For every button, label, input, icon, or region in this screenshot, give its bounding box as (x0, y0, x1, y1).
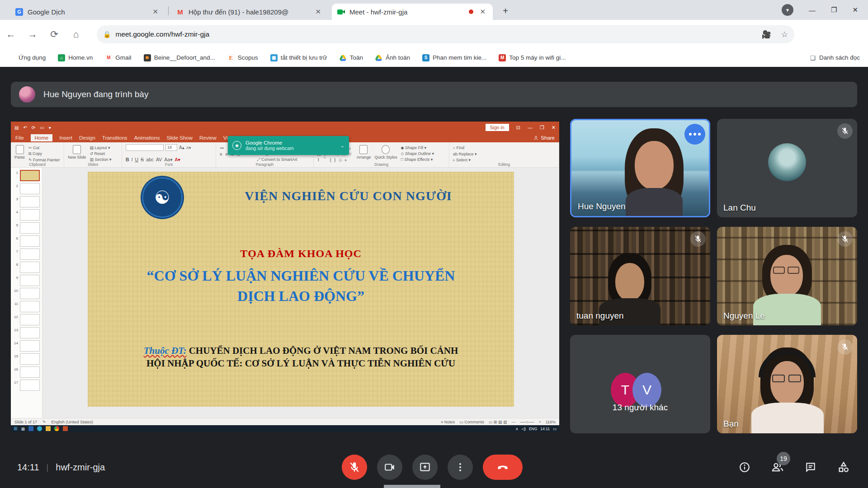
zoom-in-icon[interactable]: + (538, 420, 541, 424)
slide-thumbnail-8[interactable]: 8 (11, 261, 42, 274)
change-case-button[interactable]: Aa▾ (164, 157, 172, 162)
paste-button[interactable]: Paste (14, 144, 25, 160)
slide-thumbnail-preview[interactable] (20, 249, 40, 260)
participants-button[interactable]: 19 (771, 461, 784, 474)
slide-thumbnail-preview[interactable] (20, 262, 40, 273)
chat-button[interactable] (804, 461, 817, 474)
hang-up-button[interactable] (483, 455, 523, 480)
copy-button[interactable]: ⧉ Copy (28, 151, 60, 156)
tile-ban-you[interactable]: Bạn (717, 335, 857, 433)
chrome-webcam-notification[interactable]: ◉ Google Chrome đang sử dụng webcam ⌄ (228, 136, 349, 155)
tray-clock[interactable]: 14:11 (540, 427, 550, 431)
select-button[interactable]: ▹ Select ▾ (453, 158, 477, 162)
slide-thumbnail-preview[interactable] (20, 275, 40, 286)
chrome-icon[interactable] (54, 426, 59, 431)
zoom-out-icon[interactable]: — (511, 420, 515, 424)
slide-thumbnail-2[interactable]: 2 (11, 182, 42, 195)
ppt-share-button[interactable]: Share (533, 135, 555, 141)
bookmark-gmail[interactable]: M Gmail (105, 54, 131, 61)
powerpoint-icon[interactable] (63, 426, 68, 431)
ppt-tab-file[interactable]: File (15, 135, 24, 141)
qat-dropdown-icon[interactable]: ▾ (49, 125, 51, 130)
reload-button[interactable]: ⟳ (43, 29, 65, 40)
file-explorer-icon[interactable] (46, 426, 51, 431)
bookmark-phanmem[interactable]: S Phan mem tim kie... (422, 54, 486, 61)
tile-tuan-nguyen[interactable]: tuan nguyen (570, 227, 710, 325)
layout-button[interactable]: ▤ Layout ▾ (90, 145, 112, 150)
action-center-icon[interactable]: ▭ (553, 427, 557, 431)
slide-thumbnail-6[interactable]: 6 (11, 235, 42, 248)
forward-button[interactable]: → (22, 29, 43, 40)
shrink-font-icon[interactable]: A▾ (186, 145, 191, 150)
bookmark-apps[interactable]: Ứng dụng (9, 54, 46, 61)
tray-chevron-icon[interactable]: ∧ (515, 427, 518, 431)
ppt-tab-insert[interactable]: Insert (59, 135, 72, 141)
save-icon[interactable]: ▤ (14, 125, 19, 130)
system-tray[interactable]: ∧ ◁) ENG 14:11 ▭ (515, 427, 557, 431)
slide-thumbnail-3[interactable]: 3 (11, 195, 42, 208)
home-button[interactable]: ⌂ (65, 29, 87, 40)
edge-icon[interactable] (37, 426, 42, 431)
slide-thumbnail-9[interactable]: 9 (11, 274, 42, 287)
slide-thumbnail-preview[interactable] (20, 222, 40, 234)
shape-outline-button[interactable]: ◇ Shape Outline ▾ (401, 151, 434, 156)
slide-thumbnail-preview[interactable] (20, 301, 40, 312)
replace-button[interactable]: ab Replace ▾ (453, 152, 477, 156)
language-indicator[interactable]: ENG (529, 427, 537, 431)
tile-lan-chu[interactable]: Lan Chu (717, 119, 857, 217)
comments-button[interactable]: ▭ Comments (459, 420, 484, 424)
tile-more-options-button[interactable] (684, 124, 705, 145)
slide-thumbnail-10[interactable]: 10 (11, 287, 42, 300)
slide-thumbnail-1[interactable]: 1 (11, 169, 42, 182)
ppt-tab-animations[interactable]: Animations (134, 135, 160, 141)
hidden-taskbar-peek[interactable] (384, 485, 440, 488)
app-icon[interactable] (28, 426, 33, 431)
ribbon-options-icon[interactable]: ⊡ (516, 125, 520, 131)
ppt-tab-design[interactable]: Design (79, 135, 95, 141)
new-tab-button[interactable]: + (499, 5, 512, 17)
slide-thumbnail-preview[interactable] (20, 196, 40, 207)
ppt-tab-slideshow[interactable]: Slide Show (167, 135, 193, 141)
zoom-slider[interactable]: ──○── (520, 420, 534, 424)
mic-muted-button[interactable] (342, 455, 367, 480)
grow-font-icon[interactable]: A▴ (179, 145, 184, 150)
tab-close-icon[interactable]: ✕ (478, 8, 487, 16)
slideshow-icon[interactable]: ▭ (40, 125, 44, 130)
slide-thumbnail-14[interactable]: 14 (11, 339, 42, 352)
address-bar[interactable]: 🔒 meet.google.com/hwf-zmir-gja 🎥 ☆ (97, 25, 794, 43)
slide-thumbnail-13[interactable]: 13 (11, 326, 42, 339)
slide-thumbnail-preview[interactable] (20, 366, 40, 378)
url-text[interactable]: meet.google.com/hwf-zmir-gja (115, 30, 761, 38)
camera-allowed-icon[interactable]: 🎥 (762, 30, 771, 39)
ppt-restore-button[interactable]: ❐ (540, 125, 544, 131)
slide-thumbnail-preview[interactable] (20, 340, 40, 352)
slide-thumbnail-4[interactable]: 4 (11, 208, 42, 221)
arrange-button[interactable]: Arrange (356, 144, 371, 160)
slide-thumbnail-preview[interactable] (20, 209, 40, 221)
font-size-select[interactable]: 18 (165, 144, 177, 151)
bold-button[interactable]: B (126, 157, 129, 162)
slide-thumbnail-16[interactable]: 16 (11, 366, 42, 379)
present-button[interactable] (412, 455, 438, 480)
slide-thumbnail-preview[interactable] (20, 235, 40, 247)
bookmark-star-icon[interactable]: ☆ (781, 30, 788, 39)
slide-thumbnail-7[interactable]: 7 (11, 248, 42, 261)
ppt-quick-access-toolbar[interactable]: ▤ ↶ ⟳ ▭ ▾ (14, 125, 51, 130)
redo-icon[interactable]: ⟳ (32, 125, 35, 130)
convert-smartart-button[interactable]: ⤢ Convert to SmartArt (257, 157, 297, 162)
ppt-tab-review[interactable]: Review (199, 135, 217, 141)
bookmark-toan[interactable]: Toán (340, 54, 363, 61)
find-button[interactable]: ⌕ Find (453, 145, 477, 150)
lock-icon[interactable]: 🔒 (103, 31, 111, 38)
slide-thumbnail-preview[interactable] (20, 170, 40, 181)
slide-thumbnail-preview[interactable] (20, 288, 40, 299)
section-button[interactable]: ▥ Section ▾ (90, 157, 112, 162)
slide-thumbnail-panel[interactable]: 1234567891011121314151617 (11, 168, 42, 418)
underline-button[interactable]: U (135, 157, 139, 162)
volume-icon[interactable]: ◁) (522, 427, 526, 431)
view-mode-icons[interactable]: ▭ ⊞ ▤ ▥ (489, 420, 507, 424)
language-label[interactable]: English (United States) (52, 420, 93, 424)
tab-meet-active[interactable]: Meet - hwf-zmir-gja ✕ (332, 4, 493, 20)
bookmark-storage[interactable]: ▣ tắt thiết bị lưu trữ (270, 54, 327, 61)
reset-button[interactable]: ↺ Reset (90, 151, 112, 156)
